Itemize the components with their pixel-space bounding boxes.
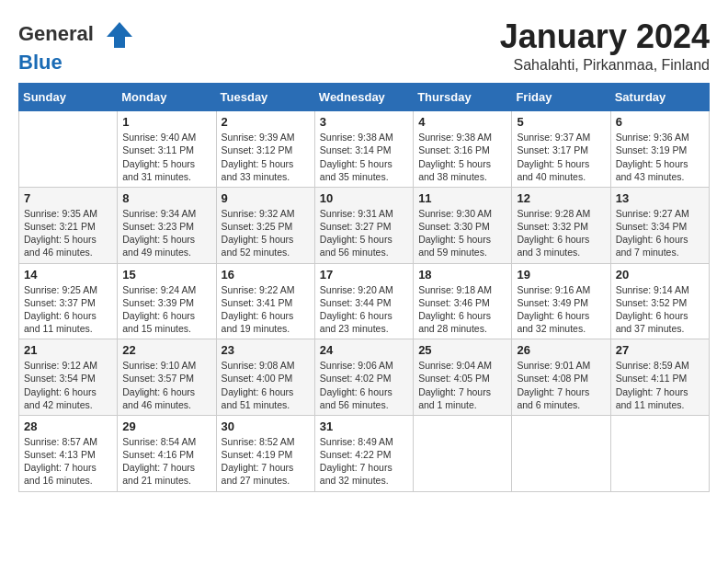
day-number: 24 (320, 343, 408, 357)
day-number: 14 (24, 268, 112, 282)
day-number: 23 (222, 343, 310, 357)
cell-detail: Sunrise: 9:01 AM Sunset: 4:08 PM Dayligh… (517, 359, 605, 411)
day-number: 15 (122, 268, 210, 282)
day-number: 12 (517, 191, 605, 205)
day-number: 25 (418, 343, 506, 357)
title-block: January 2024 Sahalahti, Pirkanmaa, Finla… (500, 18, 710, 74)
calendar-cell: 28Sunrise: 8:57 AM Sunset: 4:13 PM Dayli… (19, 415, 118, 491)
day-number: 19 (517, 268, 605, 282)
calendar-cell: 15Sunrise: 9:24 AM Sunset: 3:39 PM Dayli… (118, 263, 216, 339)
weekday-header-row: SundayMondayTuesdayWednesdayThursdayFrid… (19, 84, 710, 111)
cell-detail: Sunrise: 8:49 AM Sunset: 4:22 PM Dayligh… (320, 435, 408, 488)
cell-detail: Sunrise: 9:08 AM Sunset: 4:00 PM Dayligh… (222, 359, 310, 411)
cell-detail: Sunrise: 9:31 AM Sunset: 3:27 PM Dayligh… (320, 207, 408, 259)
calendar-cell (512, 415, 610, 491)
calendar-cell (19, 111, 118, 188)
weekday-header: Sunday (19, 84, 118, 111)
cell-detail: Sunrise: 9:36 AM Sunset: 3:19 PM Dayligh… (616, 131, 704, 183)
calendar-cell: 14Sunrise: 9:25 AM Sunset: 3:37 PM Dayli… (19, 263, 118, 339)
cell-detail: Sunrise: 9:18 AM Sunset: 3:46 PM Dayligh… (418, 283, 506, 336)
weekday-header: Tuesday (216, 84, 314, 111)
day-number: 8 (122, 191, 210, 205)
day-number: 21 (24, 343, 112, 357)
logo-blue: Blue (18, 51, 63, 74)
calendar-cell: 6Sunrise: 9:36 AM Sunset: 3:19 PM Daylig… (610, 111, 709, 188)
day-number: 13 (616, 191, 704, 205)
cell-detail: Sunrise: 9:16 AM Sunset: 3:49 PM Dayligh… (517, 283, 605, 336)
calendar-cell: 12Sunrise: 9:28 AM Sunset: 3:32 PM Dayli… (512, 187, 610, 263)
calendar-cell: 27Sunrise: 8:59 AM Sunset: 4:11 PM Dayli… (610, 339, 709, 416)
day-number: 1 (122, 115, 210, 129)
weekday-header: Wednesday (314, 84, 413, 111)
calendar-cell: 31Sunrise: 8:49 AM Sunset: 4:22 PM Dayli… (314, 415, 413, 491)
calendar-cell: 22Sunrise: 9:10 AM Sunset: 3:57 PM Dayli… (118, 339, 216, 416)
cell-detail: Sunrise: 8:59 AM Sunset: 4:11 PM Dayligh… (616, 359, 704, 411)
calendar-cell: 3Sunrise: 9:38 AM Sunset: 3:14 PM Daylig… (314, 111, 413, 188)
calendar-cell: 24Sunrise: 9:06 AM Sunset: 4:02 PM Dayli… (314, 339, 413, 416)
cell-detail: Sunrise: 9:32 AM Sunset: 3:25 PM Dayligh… (222, 207, 310, 259)
day-number: 27 (616, 343, 704, 357)
cell-detail: Sunrise: 9:20 AM Sunset: 3:44 PM Dayligh… (320, 283, 408, 336)
day-number: 29 (122, 419, 210, 433)
day-number: 20 (616, 268, 704, 282)
cell-detail: Sunrise: 9:37 AM Sunset: 3:17 PM Dayligh… (517, 131, 605, 183)
calendar-cell: 5Sunrise: 9:37 AM Sunset: 3:17 PM Daylig… (512, 111, 610, 188)
cell-detail: Sunrise: 9:30 AM Sunset: 3:30 PM Dayligh… (418, 207, 506, 259)
calendar-cell: 17Sunrise: 9:20 AM Sunset: 3:44 PM Dayli… (314, 263, 413, 339)
cell-detail: Sunrise: 9:28 AM Sunset: 3:32 PM Dayligh… (517, 207, 605, 259)
calendar-cell: 21Sunrise: 9:12 AM Sunset: 3:54 PM Dayli… (19, 339, 118, 416)
weekday-header: Saturday (610, 84, 709, 111)
weekday-header: Monday (118, 84, 216, 111)
calendar-cell (414, 415, 512, 491)
cell-detail: Sunrise: 9:38 AM Sunset: 3:16 PM Dayligh… (418, 131, 506, 183)
cell-detail: Sunrise: 9:06 AM Sunset: 4:02 PM Dayligh… (320, 359, 408, 411)
logo-general: General (18, 22, 94, 45)
calendar-cell: 19Sunrise: 9:16 AM Sunset: 3:49 PM Dayli… (512, 263, 610, 339)
day-number: 9 (222, 191, 310, 205)
calendar-cell: 1Sunrise: 9:40 AM Sunset: 3:11 PM Daylig… (118, 111, 216, 188)
calendar-cell: 16Sunrise: 9:22 AM Sunset: 3:41 PM Dayli… (216, 263, 314, 339)
calendar-table: SundayMondayTuesdayWednesdayThursdayFrid… (18, 83, 710, 491)
calendar-week-row: 14Sunrise: 9:25 AM Sunset: 3:37 PM Dayli… (19, 263, 710, 339)
day-number: 22 (122, 343, 210, 357)
cell-detail: Sunrise: 9:34 AM Sunset: 3:23 PM Dayligh… (122, 207, 210, 259)
cell-detail: Sunrise: 9:04 AM Sunset: 4:05 PM Dayligh… (418, 359, 506, 411)
logo: General Blue (18, 18, 136, 74)
day-number: 26 (517, 343, 605, 357)
day-number: 2 (222, 115, 310, 129)
page-header: General Blue January 2024 Sahalahti, Pir… (18, 18, 710, 74)
calendar-cell: 30Sunrise: 8:52 AM Sunset: 4:19 PM Dayli… (216, 415, 314, 491)
day-number: 30 (222, 419, 310, 433)
day-number: 18 (418, 268, 506, 282)
calendar-week-row: 21Sunrise: 9:12 AM Sunset: 3:54 PM Dayli… (19, 339, 710, 416)
calendar-cell: 7Sunrise: 9:35 AM Sunset: 3:21 PM Daylig… (19, 187, 118, 263)
day-number: 31 (320, 419, 408, 433)
cell-detail: Sunrise: 9:22 AM Sunset: 3:41 PM Dayligh… (222, 283, 310, 336)
cell-detail: Sunrise: 9:24 AM Sunset: 3:39 PM Dayligh… (122, 283, 210, 336)
cell-detail: Sunrise: 8:57 AM Sunset: 4:13 PM Dayligh… (24, 435, 112, 488)
cell-detail: Sunrise: 8:52 AM Sunset: 4:19 PM Dayligh… (222, 435, 310, 488)
svg-marker-0 (107, 22, 132, 48)
day-number: 10 (320, 191, 408, 205)
weekday-header: Thursday (414, 84, 512, 111)
cell-detail: Sunrise: 9:27 AM Sunset: 3:34 PM Dayligh… (616, 207, 704, 259)
calendar-cell: 29Sunrise: 8:54 AM Sunset: 4:16 PM Dayli… (118, 415, 216, 491)
day-number: 11 (418, 191, 506, 205)
cell-detail: Sunrise: 9:35 AM Sunset: 3:21 PM Dayligh… (24, 207, 112, 259)
calendar-cell: 18Sunrise: 9:18 AM Sunset: 3:46 PM Dayli… (414, 263, 512, 339)
calendar-cell: 23Sunrise: 9:08 AM Sunset: 4:00 PM Dayli… (216, 339, 314, 416)
cell-detail: Sunrise: 9:10 AM Sunset: 3:57 PM Dayligh… (122, 359, 210, 411)
cell-detail: Sunrise: 9:12 AM Sunset: 3:54 PM Dayligh… (24, 359, 112, 411)
day-number: 4 (418, 115, 506, 129)
cell-detail: Sunrise: 9:39 AM Sunset: 3:12 PM Dayligh… (222, 131, 310, 183)
day-number: 3 (320, 115, 408, 129)
calendar-cell: 26Sunrise: 9:01 AM Sunset: 4:08 PM Dayli… (512, 339, 610, 416)
calendar-cell: 13Sunrise: 9:27 AM Sunset: 3:34 PM Dayli… (610, 187, 709, 263)
calendar-cell: 20Sunrise: 9:14 AM Sunset: 3:52 PM Dayli… (610, 263, 709, 339)
month-title: January 2024 (500, 18, 710, 55)
calendar-cell: 9Sunrise: 9:32 AM Sunset: 3:25 PM Daylig… (216, 187, 314, 263)
calendar-cell: 8Sunrise: 9:34 AM Sunset: 3:23 PM Daylig… (118, 187, 216, 263)
calendar-week-row: 7Sunrise: 9:35 AM Sunset: 3:21 PM Daylig… (19, 187, 710, 263)
cell-detail: Sunrise: 9:38 AM Sunset: 3:14 PM Dayligh… (320, 131, 408, 183)
weekday-header: Friday (512, 84, 610, 111)
